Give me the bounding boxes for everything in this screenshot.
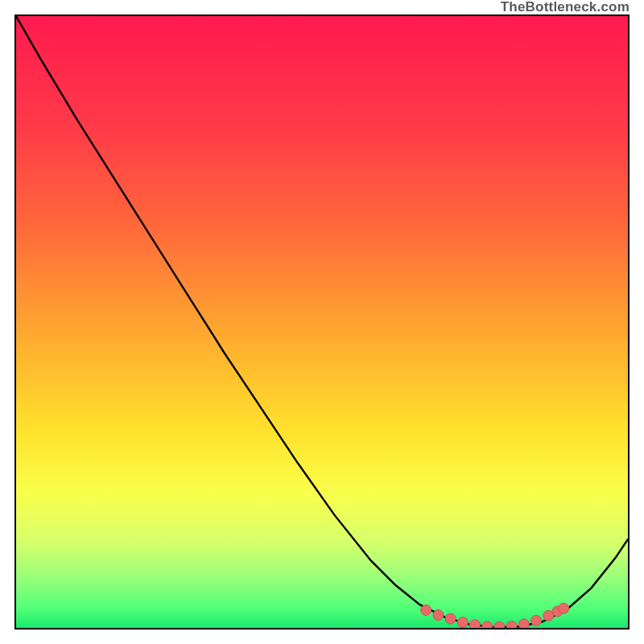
plot-area [14,14,630,630]
highlight-dot [457,617,468,628]
highlight-dot [518,619,529,628]
gradient-background [16,16,628,628]
plot-svg [16,16,628,628]
highlight-dot [531,615,542,625]
highlight-dot [445,613,456,624]
highlight-dot [470,620,481,628]
chart-frame: TheBottleneck.com [0,0,644,644]
highlight-dot [506,621,517,628]
watermark-text: TheBottleneck.com [501,0,630,14]
highlight-dot [559,603,569,613]
highlight-dot [433,610,444,621]
highlight-dot [482,621,493,628]
highlight-dot [421,605,431,615]
